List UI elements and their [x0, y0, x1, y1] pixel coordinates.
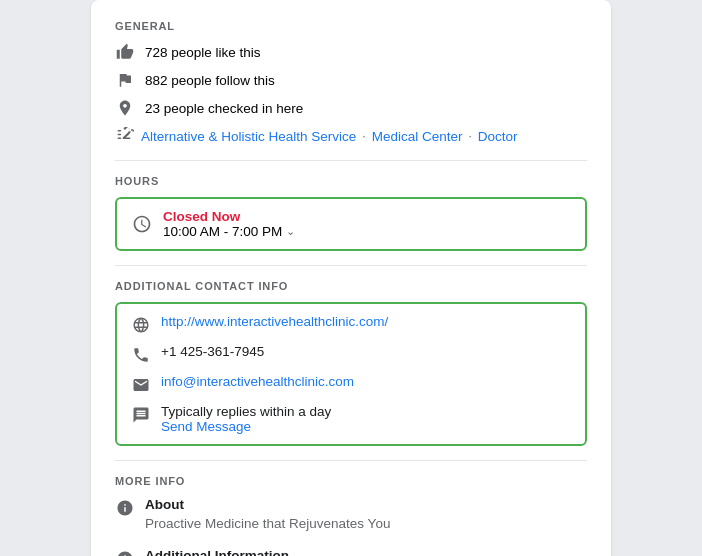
svg-rect-0 [118, 130, 122, 132]
reply-info-text: Typically replies within a day [161, 404, 331, 419]
message-icon [131, 405, 151, 425]
additional-info-row: Additional Information At Interactive He… [115, 548, 587, 556]
website-link[interactable]: http://www.interactivehealthclinic.com/ [161, 314, 388, 329]
about-content: About Proactive Medicine that Rejuvenate… [145, 497, 390, 534]
about-body: Proactive Medicine that Rejuvenates You [145, 515, 390, 534]
svg-rect-1 [118, 134, 122, 136]
likes-text: 728 people like this [145, 45, 261, 60]
flag-icon [115, 70, 135, 90]
reply-content: Typically replies within a day Send Mess… [161, 404, 331, 434]
additional-title: Additional Information [145, 548, 587, 556]
website-row: http://www.interactivehealthclinic.com/ [131, 314, 571, 335]
contact-section-title: ADDITIONAL CONTACT INFO [115, 280, 587, 292]
checkins-row: 23 people checked in here [115, 98, 587, 118]
phone-icon [131, 345, 151, 365]
closed-now-label: Closed Now [163, 209, 571, 224]
hours-time: 10:00 AM - 7:00 PM ⌄ [163, 224, 571, 239]
checkins-text: 23 people checked in here [145, 101, 303, 116]
divider-3 [115, 460, 587, 461]
email-icon [131, 375, 151, 395]
about-title: About [145, 497, 390, 512]
general-section-title: GENERAL [115, 20, 587, 32]
categories-icon [115, 126, 135, 146]
hours-content: Closed Now 10:00 AM - 7:00 PM ⌄ [163, 209, 571, 239]
divider-1 [115, 160, 587, 161]
info-icon-additional [115, 549, 135, 556]
main-card: GENERAL 728 people like this 882 people … [91, 0, 611, 556]
email-link[interactable]: info@interactivehealthclinic.com [161, 374, 354, 389]
info-icon-about [115, 498, 135, 518]
contact-box: http://www.interactivehealthclinic.com/ … [115, 302, 587, 446]
category-1[interactable]: Alternative & Holistic Health Service [141, 129, 356, 144]
phone-text: +1 425-361-7945 [161, 344, 264, 359]
follows-row: 882 people follow this [115, 70, 587, 90]
likes-row: 728 people like this [115, 42, 587, 62]
email-row: info@interactivehealthclinic.com [131, 374, 571, 395]
about-row: About Proactive Medicine that Rejuvenate… [115, 497, 587, 534]
location-icon [115, 98, 135, 118]
reply-row: Typically replies within a day Send Mess… [131, 404, 571, 434]
additional-content: Additional Information At Interactive He… [145, 548, 587, 556]
thumbs-up-icon [115, 42, 135, 62]
send-message-link[interactable]: Send Message [161, 419, 251, 434]
clock-icon [131, 213, 153, 235]
chevron-down-icon[interactable]: ⌄ [286, 225, 295, 238]
divider-2 [115, 265, 587, 266]
more-info-section-title: MORE INFO [115, 475, 587, 487]
phone-row: +1 425-361-7945 [131, 344, 571, 365]
categories-row: Alternative & Holistic Health Service · … [115, 126, 587, 146]
follows-text: 882 people follow this [145, 73, 275, 88]
globe-icon [131, 315, 151, 335]
category-3[interactable]: Doctor [478, 129, 518, 144]
category-2[interactable]: Medical Center [372, 129, 463, 144]
hours-section-title: HOURS [115, 175, 587, 187]
hours-box: Closed Now 10:00 AM - 7:00 PM ⌄ [115, 197, 587, 251]
svg-rect-2 [118, 138, 122, 140]
